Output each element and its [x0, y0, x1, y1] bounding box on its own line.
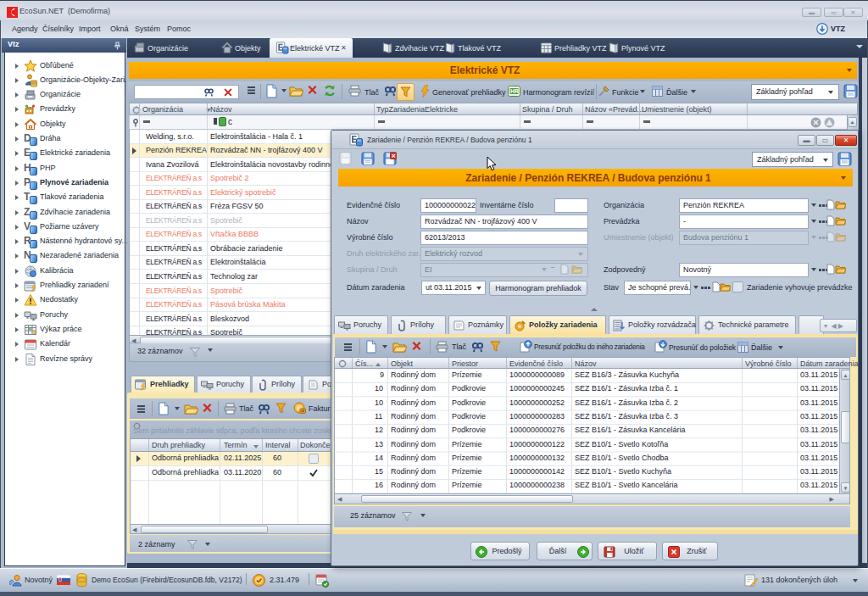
- svg-text:HR: HR: [510, 88, 519, 94]
